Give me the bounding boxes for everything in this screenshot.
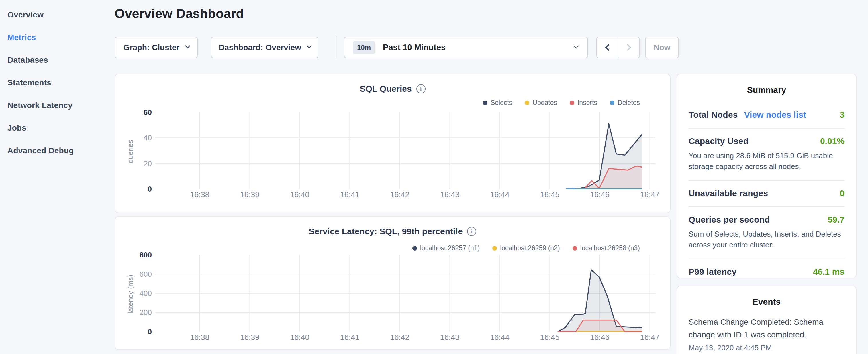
legend-item: Deletes (610, 99, 640, 106)
svg-text:16:38: 16:38 (190, 190, 210, 199)
legend-item: Selects (483, 99, 512, 106)
summary-label: Capacity Used (689, 136, 748, 146)
svg-text:16:46: 16:46 (590, 333, 610, 342)
time-range-label: Past 10 Minutes (383, 43, 445, 52)
legend-item: localhost:26258 (n3) (572, 244, 640, 252)
sidebar-item-advanced-debug[interactable]: Advanced Debug (0, 139, 115, 162)
legend-label: localhost:26259 (n2) (500, 244, 560, 252)
time-range-badge: 10m (353, 41, 375, 54)
event-text: Schema Change Completed: Schema change w… (689, 316, 844, 341)
next-time-button[interactable] (618, 37, 640, 58)
graph-dropdown[interactable]: Graph: Cluster (115, 37, 198, 58)
svg-text:16:44: 16:44 (490, 190, 509, 199)
svg-text:800: 800 (140, 251, 152, 259)
legend-item: Updates (525, 99, 557, 106)
legend-dot-icon (570, 100, 574, 105)
summary-heading: Summary (689, 74, 844, 95)
summary-value: 0 (840, 189, 844, 198)
legend-item: localhost:26259 (n2) (492, 244, 560, 252)
time-pager (596, 37, 640, 58)
dashboard-dropdown-label: Dashboard: Overview (219, 43, 301, 52)
legend-label: Deletes (618, 99, 640, 106)
svg-text:600: 600 (140, 270, 152, 279)
svg-text:16:46: 16:46 (590, 190, 610, 199)
svg-text:queries: queries (127, 140, 134, 163)
legend-dot-icon (483, 100, 488, 105)
chart-svg: 020406016:3816:3916:4016:4116:4216:4316:… (127, 108, 665, 206)
chevron-down-icon (307, 43, 312, 49)
page-title: Overview Dashboard (115, 6, 244, 21)
now-button-label: Now (653, 43, 670, 52)
svg-text:16:39: 16:39 (240, 190, 260, 199)
svg-text:0: 0 (148, 327, 152, 336)
summary-row-qps: Queries per second 59.7 Sum of Selects, … (689, 207, 844, 259)
svg-text:60: 60 (144, 108, 152, 117)
sidebar-item-metrics[interactable]: Metrics (0, 26, 115, 49)
chart-legend: SelectsUpdatesInsertsDeletes (483, 99, 640, 106)
legend-dot-icon (525, 100, 529, 105)
svg-text:16:44: 16:44 (490, 333, 509, 342)
svg-text:400: 400 (140, 289, 152, 297)
svg-text:0: 0 (148, 185, 152, 193)
summary-row-total-nodes: Total Nodes View nodes list 3 (689, 102, 844, 129)
summary-subtext: Sum of Selects, Updates, Inserts, and De… (689, 229, 844, 250)
chart-title: SQL Queries (360, 84, 411, 94)
summary-row-capacity: Capacity Used 0.01% You are using 28.6 M… (689, 129, 844, 181)
summary-subtext: You are using 28.6 MiB of 515.9 GiB usab… (689, 150, 844, 172)
legend-dot-icon (412, 246, 417, 251)
svg-text:16:45: 16:45 (540, 190, 560, 199)
sidebar-item-overview[interactable]: Overview (0, 3, 115, 26)
summary-value: 0.01% (820, 136, 844, 146)
svg-text:16:47: 16:47 (640, 333, 660, 342)
info-icon[interactable]: i (467, 227, 476, 236)
info-icon[interactable]: i (416, 84, 426, 93)
svg-text:16:42: 16:42 (390, 333, 409, 342)
summary-row-p99: P99 latency 46.1 ms (689, 259, 844, 285)
legend-label: Updates (532, 99, 557, 106)
now-button[interactable]: Now (645, 37, 679, 58)
graph-dropdown-label: Graph: Cluster (123, 43, 179, 52)
svg-text:20: 20 (144, 159, 152, 168)
sidebar-item-databases[interactable]: Databases (0, 49, 115, 71)
svg-text:16:40: 16:40 (290, 333, 309, 342)
events-heading: Events (689, 286, 844, 307)
svg-text:40: 40 (144, 133, 152, 142)
chevron-right-icon (624, 44, 631, 51)
svg-text:latency (ms): latency (ms) (127, 275, 134, 314)
event-item: Schema Change Completed: Schema change w… (689, 316, 844, 352)
chevron-left-icon (605, 44, 612, 51)
view-nodes-list-link[interactable]: View nodes list (744, 110, 806, 120)
events-panel: Events Schema Change Completed: Schema c… (677, 286, 857, 354)
dashboard-dropdown[interactable]: Dashboard: Overview (211, 37, 318, 58)
svg-text:16:45: 16:45 (540, 333, 560, 342)
legend-item: localhost:26257 (n1) (412, 244, 480, 252)
previous-time-button[interactable] (596, 37, 618, 58)
legend-dot-icon (610, 100, 614, 105)
legend-label: Selects (491, 99, 512, 106)
sidebar-item-statements[interactable]: Statements (0, 71, 115, 94)
svg-text:16:41: 16:41 (340, 190, 360, 199)
chart-svg: 020040060080016:3816:3916:4016:4116:4216… (127, 251, 665, 349)
svg-text:16:43: 16:43 (440, 333, 460, 342)
legend-label: Inserts (578, 99, 597, 106)
svg-text:16:41: 16:41 (340, 333, 360, 342)
summary-label: Total Nodes (689, 110, 738, 120)
sql-queries-chart-panel: SQL Queries i SelectsUpdatesInsertsDelet… (115, 74, 671, 213)
legend-dot-icon (492, 246, 497, 251)
svg-text:16:42: 16:42 (390, 190, 409, 199)
sidebar-item-jobs[interactable]: Jobs (0, 117, 115, 139)
summary-panel: Summary Total Nodes View nodes list 3 Ca… (677, 74, 857, 279)
chevron-down-icon (185, 43, 190, 49)
time-range-dropdown[interactable]: 10m Past 10 Minutes (344, 37, 588, 58)
sidebar-item-network-latency[interactable]: Network Latency (0, 94, 115, 117)
chart-title: Service Latency: SQL, 99th percentile (309, 227, 463, 236)
summary-value: 59.7 (828, 215, 844, 225)
summary-label: Queries per second (689, 215, 770, 225)
svg-text:16:43: 16:43 (440, 190, 460, 199)
sidebar: Overview Metrics Databases Statements Ne… (0, 0, 115, 354)
service-latency-chart-panel: Service Latency: SQL, 99th percentile i … (115, 216, 671, 350)
legend-label: localhost:26258 (n3) (580, 244, 640, 252)
summary-value: 46.1 ms (813, 267, 844, 277)
legend-dot-icon (572, 246, 577, 251)
toolbar-divider (336, 36, 336, 59)
